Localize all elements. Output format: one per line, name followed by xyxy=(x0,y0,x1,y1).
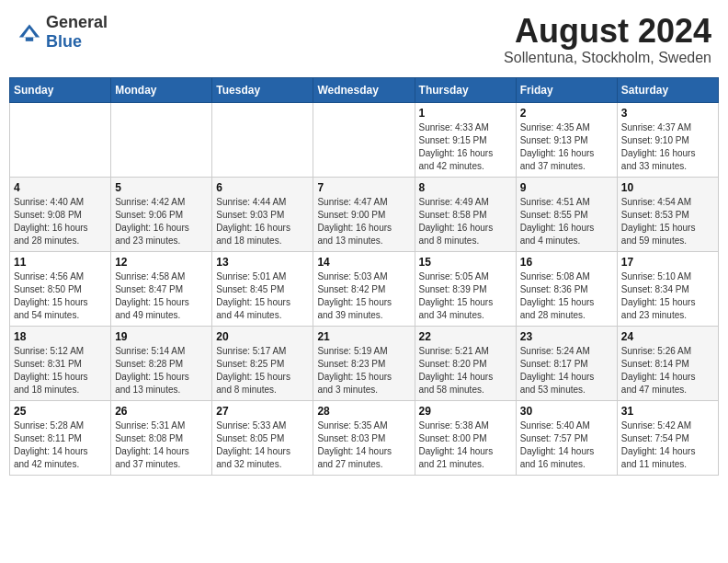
month-title: August 2024 xyxy=(504,13,711,50)
day-info: Sunrise: 5:19 AM Sunset: 8:23 PM Dayligh… xyxy=(317,345,410,396)
day-number: 8 xyxy=(419,181,512,194)
calendar-cell: 21Sunrise: 5:19 AM Sunset: 8:23 PM Dayli… xyxy=(313,326,415,400)
day-number: 11 xyxy=(14,256,107,269)
calendar-cell: 11Sunrise: 4:56 AM Sunset: 8:50 PM Dayli… xyxy=(10,251,111,326)
day-info: Sunrise: 4:58 AM Sunset: 8:47 PM Dayligh… xyxy=(115,270,208,322)
day-number: 31 xyxy=(621,405,714,418)
day-info: Sunrise: 5:12 AM Sunset: 8:31 PM Dayligh… xyxy=(14,345,107,396)
day-number: 22 xyxy=(419,330,512,343)
calendar-cell xyxy=(111,102,212,177)
location-title: Sollentuna, Stockholm, Sweden xyxy=(504,50,711,66)
day-info: Sunrise: 5:10 AM Sunset: 8:34 PM Dayligh… xyxy=(621,270,714,322)
day-info: Sunrise: 4:56 AM Sunset: 8:50 PM Dayligh… xyxy=(14,270,107,322)
calendar-cell: 10Sunrise: 4:54 AM Sunset: 8:53 PM Dayli… xyxy=(617,177,718,251)
day-info: Sunrise: 4:49 AM Sunset: 8:58 PM Dayligh… xyxy=(419,196,512,247)
day-number: 14 xyxy=(317,256,410,269)
calendar-cell: 29Sunrise: 5:38 AM Sunset: 8:00 PM Dayli… xyxy=(415,400,516,475)
day-info: Sunrise: 4:42 AM Sunset: 9:06 PM Dayligh… xyxy=(115,196,208,247)
title-block: August 2024 Sollentuna, Stockholm, Swede… xyxy=(504,13,711,66)
day-header-saturday: Saturday xyxy=(617,77,718,102)
calendar-cell xyxy=(10,102,111,177)
day-number: 23 xyxy=(520,330,613,343)
day-info: Sunrise: 5:31 AM Sunset: 8:08 PM Dayligh… xyxy=(115,419,208,471)
day-number: 26 xyxy=(115,405,208,418)
calendar-cell: 30Sunrise: 5:40 AM Sunset: 7:57 PM Dayli… xyxy=(516,400,617,475)
day-info: Sunrise: 5:21 AM Sunset: 8:20 PM Dayligh… xyxy=(419,345,512,396)
day-header-friday: Friday xyxy=(516,77,617,102)
day-info: Sunrise: 5:17 AM Sunset: 8:25 PM Dayligh… xyxy=(216,345,309,396)
day-number: 28 xyxy=(317,405,410,418)
day-info: Sunrise: 5:42 AM Sunset: 7:54 PM Dayligh… xyxy=(621,419,714,471)
day-number: 10 xyxy=(621,181,714,194)
calendar-cell: 2Sunrise: 4:35 AM Sunset: 9:13 PM Daylig… xyxy=(516,102,617,177)
calendar-cell: 13Sunrise: 5:01 AM Sunset: 8:45 PM Dayli… xyxy=(212,251,313,326)
calendar-cell: 27Sunrise: 5:33 AM Sunset: 8:05 PM Dayli… xyxy=(212,400,313,475)
calendar-cell: 14Sunrise: 5:03 AM Sunset: 8:42 PM Dayli… xyxy=(313,251,415,326)
calendar-cell: 7Sunrise: 4:47 AM Sunset: 9:00 PM Daylig… xyxy=(313,177,415,251)
calendar-cell: 15Sunrise: 5:05 AM Sunset: 8:39 PM Dayli… xyxy=(415,251,516,326)
logo-general-text: General xyxy=(46,13,108,31)
day-info: Sunrise: 5:35 AM Sunset: 8:03 PM Dayligh… xyxy=(317,419,410,471)
day-number: 18 xyxy=(14,330,107,343)
day-info: Sunrise: 5:05 AM Sunset: 8:39 PM Dayligh… xyxy=(419,270,512,322)
day-number: 9 xyxy=(520,181,613,194)
day-number: 19 xyxy=(115,330,208,343)
day-info: Sunrise: 4:54 AM Sunset: 8:53 PM Dayligh… xyxy=(621,196,714,247)
day-header-row: SundayMondayTuesdayWednesdayThursdayFrid… xyxy=(10,77,719,102)
day-number: 27 xyxy=(216,405,309,418)
day-info: Sunrise: 5:28 AM Sunset: 8:11 PM Dayligh… xyxy=(14,419,107,471)
day-info: Sunrise: 4:33 AM Sunset: 9:15 PM Dayligh… xyxy=(419,121,512,173)
calendar-cell: 25Sunrise: 5:28 AM Sunset: 8:11 PM Dayli… xyxy=(10,400,111,475)
day-number: 29 xyxy=(419,405,512,418)
calendar-table: SundayMondayTuesdayWednesdayThursdayFrid… xyxy=(9,77,719,476)
calendar-cell: 26Sunrise: 5:31 AM Sunset: 8:08 PM Dayli… xyxy=(111,400,212,475)
calendar-cell: 22Sunrise: 5:21 AM Sunset: 8:20 PM Dayli… xyxy=(415,326,516,400)
calendar-cell: 12Sunrise: 4:58 AM Sunset: 8:47 PM Dayli… xyxy=(111,251,212,326)
calendar-week-3: 11Sunrise: 4:56 AM Sunset: 8:50 PM Dayli… xyxy=(10,251,719,326)
calendar-cell xyxy=(313,102,415,177)
calendar-cell: 3Sunrise: 4:37 AM Sunset: 9:10 PM Daylig… xyxy=(617,102,718,177)
page-header: General Blue August 2024 Sollentuna, Sto… xyxy=(9,9,719,70)
day-number: 17 xyxy=(621,256,714,269)
calendar-cell: 31Sunrise: 5:42 AM Sunset: 7:54 PM Dayli… xyxy=(617,400,718,475)
calendar-cell: 16Sunrise: 5:08 AM Sunset: 8:36 PM Dayli… xyxy=(516,251,617,326)
day-number: 21 xyxy=(317,330,410,343)
day-info: Sunrise: 4:35 AM Sunset: 9:13 PM Dayligh… xyxy=(520,121,613,173)
calendar-header: SundayMondayTuesdayWednesdayThursdayFrid… xyxy=(10,77,719,102)
calendar-cell: 5Sunrise: 4:42 AM Sunset: 9:06 PM Daylig… xyxy=(111,177,212,251)
calendar-cell: 19Sunrise: 5:14 AM Sunset: 8:28 PM Dayli… xyxy=(111,326,212,400)
day-info: Sunrise: 5:01 AM Sunset: 8:45 PM Dayligh… xyxy=(216,270,309,322)
svg-rect-3 xyxy=(26,38,33,41)
calendar-cell: 17Sunrise: 5:10 AM Sunset: 8:34 PM Dayli… xyxy=(617,251,718,326)
logo-icon xyxy=(17,19,42,45)
calendar-cell: 1Sunrise: 4:33 AM Sunset: 9:15 PM Daylig… xyxy=(415,102,516,177)
calendar-cell: 28Sunrise: 5:35 AM Sunset: 8:03 PM Dayli… xyxy=(313,400,415,475)
day-number: 1 xyxy=(419,107,512,120)
calendar-week-4: 18Sunrise: 5:12 AM Sunset: 8:31 PM Dayli… xyxy=(10,326,719,400)
calendar-cell: 6Sunrise: 4:44 AM Sunset: 9:03 PM Daylig… xyxy=(212,177,313,251)
day-header-sunday: Sunday xyxy=(10,77,111,102)
day-header-monday: Monday xyxy=(111,77,212,102)
calendar-cell: 4Sunrise: 4:40 AM Sunset: 9:08 PM Daylig… xyxy=(10,177,111,251)
day-number: 7 xyxy=(317,181,410,194)
day-info: Sunrise: 4:47 AM Sunset: 9:00 PM Dayligh… xyxy=(317,196,410,247)
day-number: 4 xyxy=(14,181,107,194)
day-info: Sunrise: 5:24 AM Sunset: 8:17 PM Dayligh… xyxy=(520,345,613,396)
day-header-wednesday: Wednesday xyxy=(313,77,415,102)
calendar-cell: 20Sunrise: 5:17 AM Sunset: 8:25 PM Dayli… xyxy=(212,326,313,400)
day-number: 5 xyxy=(115,181,208,194)
day-info: Sunrise: 4:44 AM Sunset: 9:03 PM Dayligh… xyxy=(216,196,309,247)
day-info: Sunrise: 5:38 AM Sunset: 8:00 PM Dayligh… xyxy=(419,419,512,471)
day-number: 30 xyxy=(520,405,613,418)
day-info: Sunrise: 4:40 AM Sunset: 9:08 PM Dayligh… xyxy=(14,196,107,247)
calendar-week-2: 4Sunrise: 4:40 AM Sunset: 9:08 PM Daylig… xyxy=(10,177,719,251)
calendar-body: 1Sunrise: 4:33 AM Sunset: 9:15 PM Daylig… xyxy=(10,102,719,475)
day-info: Sunrise: 5:33 AM Sunset: 8:05 PM Dayligh… xyxy=(216,419,309,471)
day-info: Sunrise: 5:26 AM Sunset: 8:14 PM Dayligh… xyxy=(621,345,714,396)
day-number: 2 xyxy=(520,107,613,120)
calendar-cell: 24Sunrise: 5:26 AM Sunset: 8:14 PM Dayli… xyxy=(617,326,718,400)
calendar-cell xyxy=(212,102,313,177)
day-number: 3 xyxy=(621,107,714,120)
day-info: Sunrise: 5:14 AM Sunset: 8:28 PM Dayligh… xyxy=(115,345,208,396)
day-number: 12 xyxy=(115,256,208,269)
